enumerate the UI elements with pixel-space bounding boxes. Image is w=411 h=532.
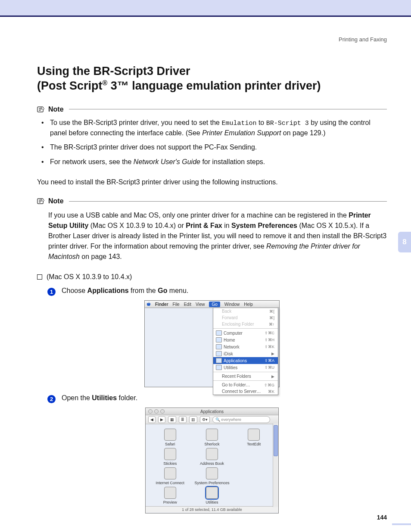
square-bullet-icon (37, 274, 42, 280)
go-menu-item[interactable]: Applications⇧⌘A (213, 357, 278, 364)
menu-item-label: Connect to Server… (222, 389, 261, 394)
app-label: Safari (165, 442, 175, 446)
applications-grid: SafariSherlockTextEditStickiesAddress Bo… (146, 424, 278, 506)
app-item[interactable]: Utilities (192, 487, 232, 504)
step-2: 2 Open the Utilities folder. (47, 394, 387, 403)
menubar-item-help[interactable]: Help (244, 302, 253, 307)
menubar-item-window[interactable]: Window (224, 302, 240, 307)
t: Print & Fax (186, 222, 222, 229)
finder-search-field[interactable]: 🔍 everywhere (212, 416, 270, 423)
go-menu-item[interactable]: Enclosing Folder⌘↑ (213, 321, 278, 327)
go-menu-item[interactable]: Back⌘[ (213, 308, 278, 314)
app-item[interactable]: Sherlock (192, 429, 232, 446)
menubar-item-go[interactable]: Go (209, 302, 220, 307)
go-menu-item[interactable]: Network⇧⌘K (213, 343, 278, 350)
menu-item-label: Recent Folders (222, 374, 251, 379)
t: Choose (62, 287, 87, 294)
action-gear-button[interactable]: ⚙︎▾ (200, 416, 210, 423)
note1-bullet-3: For network users, see the Network User'… (41, 157, 387, 167)
t: for installation steps. (200, 158, 265, 165)
zoom-icon[interactable] (160, 409, 165, 414)
note2-body: If you use a USB cable and Mac OS, only … (48, 210, 387, 262)
menu-shortcut: ⌘K (268, 389, 274, 394)
app-label: System Preferences (194, 481, 229, 485)
app-label: Utilities (206, 500, 218, 504)
t: (Mac OS X 10.3.9 to 10.4.x) or (88, 222, 186, 229)
xref-printer-emulation[interactable]: Printer Emulation Support (202, 129, 281, 137)
app-item[interactable]: System Preferences (192, 467, 232, 485)
menu-item-label: Utilities (224, 365, 237, 370)
registered-mark: ® (103, 79, 108, 87)
place-icon (216, 351, 222, 356)
go-menu-item[interactable]: Computer⇧⌘C (213, 330, 278, 336)
t: on page 143. (80, 253, 122, 260)
code-brscript3: BR-Script 3 (266, 120, 309, 127)
app-item[interactable]: Preview (150, 487, 190, 504)
menu-shortcut: ⇧⌘G (264, 383, 274, 387)
note-rule (69, 201, 387, 202)
minimize-icon[interactable] (154, 409, 159, 414)
go-menu-item[interactable]: iDisk▶ (213, 350, 278, 357)
go-menu-item[interactable]: Connect to Server…⌘K (213, 388, 278, 395)
app-item[interactable]: Internet Connect (150, 467, 190, 485)
screenshot-go-menu: Finder File Edit View Go Window Help Bac… (144, 300, 280, 387)
app-icon (206, 487, 218, 499)
nav-forward-button[interactable]: ▶ (158, 416, 165, 423)
menubar-item-file[interactable]: File (173, 302, 180, 307)
view-columns-button[interactable]: ▥ (189, 416, 197, 423)
t: Open the (62, 394, 92, 401)
place-icon (216, 365, 222, 370)
view-list-button[interactable]: ≣ (179, 416, 187, 423)
app-item[interactable]: Safari (150, 429, 190, 446)
menubar-item-view[interactable]: View (196, 302, 205, 307)
note-label: Note (48, 197, 66, 205)
menu-item-label: Applications (224, 358, 247, 363)
close-icon[interactable] (148, 409, 153, 414)
go-menu-item[interactable]: Recent Folders▶ (213, 373, 278, 380)
window-title: Applications (200, 409, 224, 414)
subsection-heading: (Mac OS X 10.3.9 to 10.4.x) (37, 273, 387, 281)
app-item[interactable]: TextEdit (234, 429, 274, 446)
macos-menubar: Finder File Edit View Go Window Help (145, 301, 279, 308)
screenshot-applications-window: Applications ◀ ▶ ▦ ≣ ▥ ⚙︎▾ 🔍 everywhere … (145, 408, 279, 513)
note1-bullet-1: To use the BR-Script3 printer driver, yo… (41, 118, 387, 138)
menu-item-label: Go to Folder… (222, 383, 250, 387)
t: in (222, 222, 231, 229)
menu-shortcut: ⇧⌘H (265, 338, 275, 342)
finder-toolbar: ◀ ▶ ▦ ≣ ▥ ⚙︎▾ 🔍 everywhere (146, 415, 278, 424)
go-menu-item[interactable]: Go to Folder…⇧⌘G (213, 382, 278, 388)
app-icon (206, 429, 218, 441)
view-icons-button[interactable]: ▦ (168, 416, 176, 423)
menu-shortcut: ⇧⌘C (265, 331, 275, 335)
t: to (256, 119, 266, 126)
go-menu-item[interactable]: Utilities⇧⌘U (213, 364, 278, 371)
note-pencil-icon (37, 106, 46, 113)
note-rule (69, 109, 387, 109)
xref-network-guide[interactable]: Network User's Guide (134, 158, 200, 165)
menu-shortcut: ⇧⌘A (265, 358, 274, 363)
note-block-1: Note To use the BR-Script3 printer drive… (37, 106, 387, 167)
step-1: 1 Choose Applications from the Go menu. (47, 287, 387, 296)
t: To use the BR-Script3 printer driver, yo… (50, 119, 221, 126)
t: If you use a USB cable and Mac OS, only … (48, 212, 349, 219)
vertical-scrollbar[interactable] (273, 423, 278, 507)
nav-back-button[interactable]: ◀ (148, 416, 156, 423)
page-content: Using the BR-Script3 Driver (Post Script… (0, 17, 411, 513)
menu-item-label: iDisk (224, 352, 233, 356)
go-menu-item[interactable]: Home⇧⌘H (213, 336, 278, 343)
t: Go (158, 287, 167, 294)
menu-item-label: Network (224, 345, 240, 349)
menu-item-label: Forward (222, 315, 238, 320)
running-header: Printing and Faxing (339, 36, 387, 43)
go-dropdown-menu: Back⌘[Forward⌘]Enclosing Folder⌘↑Compute… (213, 308, 278, 395)
menubar-item-edit[interactable]: Edit (184, 302, 191, 307)
app-item[interactable]: Stickies (150, 448, 190, 466)
menubar-item-finder[interactable]: Finder (155, 302, 168, 307)
go-menu-item[interactable]: Forward⌘] (213, 314, 278, 321)
menu-shortcut: ⇧⌘U (265, 365, 275, 370)
t: Applications (87, 287, 129, 294)
app-label: Stickies (163, 461, 177, 466)
scrollbar-thumb[interactable] (274, 425, 278, 456)
t: Utilities (92, 394, 117, 401)
app-item[interactable]: Address Book (192, 448, 232, 466)
